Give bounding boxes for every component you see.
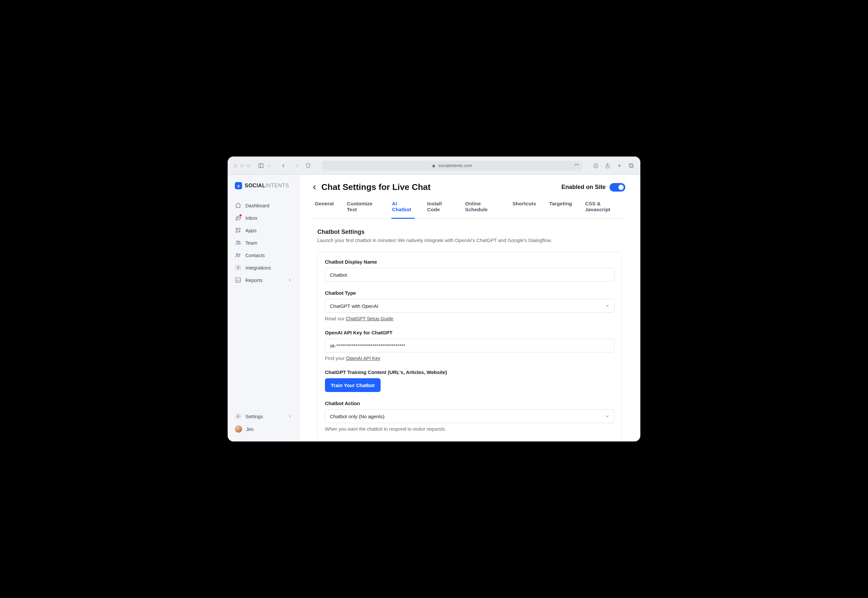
reload-icon[interactable] [574,163,579,168]
brand-name: SOCIALINTENTS [245,183,289,188]
chart-icon [235,277,241,283]
tabs: General Customize Text AI Chatbot Instal… [311,199,625,219]
chevron-right-icon [287,414,292,419]
share-icon[interactable] [604,163,611,169]
field-chatbot-type: Chatbot Type ChatGPT with OpenAI Read ou… [325,290,615,321]
tab-shortcuts[interactable]: Shortcuts [512,199,537,219]
svg-rect-12 [236,228,238,230]
back-icon[interactable] [280,163,287,169]
chevron-down-icon[interactable] [268,163,271,169]
svg-point-9 [237,217,238,218]
apps-icon [235,227,241,233]
sidebar-item-label: Dashboard [245,203,269,208]
sidebar-item-user[interactable]: Jim [231,423,296,435]
sidebar-item-settings[interactable]: Settings [231,410,296,423]
sidebar-panel-icon[interactable] [258,163,264,169]
brand-mark: s [235,182,242,189]
svg-rect-8 [629,164,633,167]
helper-text: When you want the chatbot to respond to … [325,426,615,432]
tab-customize-text[interactable]: Customize Text [346,199,380,219]
lock-icon [432,164,435,168]
address-host: socialintents.com [438,163,472,168]
enable-toggle[interactable] [609,183,625,191]
train-chatbot-button[interactable]: Train Your Chatbot [325,378,381,392]
chat-icon [235,214,241,221]
window-close-icon[interactable] [233,164,238,168]
tab-targeting[interactable]: Targeting [549,199,573,219]
chatgpt-setup-guide-link[interactable]: ChatGPT Setup Guide [346,316,394,321]
page-header: Chat Settings for Live Chat Enabled on S… [311,182,625,199]
display-name-input[interactable]: Chatbot [325,268,615,282]
sidebar-item-label: Team [245,240,257,246]
field-label: Chatbot Type [325,290,615,296]
back-button[interactable] [311,184,318,191]
page-title: Chat Settings for Live Chat [321,182,431,192]
sidebar-item-dashboard[interactable]: Dashboard [231,199,296,212]
forward-icon [294,163,300,169]
download-icon[interactable] [593,163,599,169]
svg-point-20 [239,254,240,255]
tab-overview-icon[interactable] [628,163,635,169]
toggle-knob [618,184,624,191]
svg-rect-7 [630,164,633,168]
new-tab-icon[interactable] [616,163,623,169]
toolbar-right [593,163,635,169]
field-label: Chatbot Action [325,401,615,406]
svg-rect-14 [236,231,238,233]
sidebar-item-label: Inbox [245,215,257,221]
tab-ai-chatbot[interactable]: AI Chatbot [391,199,415,219]
tab-css-js[interactable]: CSS & Javascript [584,199,622,219]
user-name: Jim [246,426,253,432]
section-desc: Launch your first chatbot in minutes! We… [317,238,622,243]
brand[interactable]: s SOCIALINTENTS [227,182,299,197]
gear-icon [235,413,241,420]
svg-rect-13 [239,228,240,230]
field-label: Chatbot Display Name [325,259,615,265]
sidebar-item-team[interactable]: Team [231,236,296,249]
main-content: Chat Settings for Live Chat Enabled on S… [300,175,641,441]
sidebar-item-label: Reports [245,277,263,283]
svg-point-21 [238,267,239,269]
sidebar-item-label: Contacts [245,253,265,258]
svg-point-10 [238,217,238,218]
tab-general[interactable]: General [314,199,334,219]
chatbot-action-select[interactable]: Chatbot only (No agents) [325,410,615,423]
sidebar: s SOCIALINTENTS Dashboard I [227,175,300,441]
tab-install-code[interactable]: Install Code [427,199,453,219]
svg-point-26 [238,416,239,417]
section-title: Chatbot Settings [317,229,622,235]
field-training: ChatGPT Training Content (URL's, Article… [325,369,615,392]
avatar [235,425,242,433]
chevron-right-icon [287,278,292,282]
helper-text: Find your OpenAI API Key [325,356,615,361]
field-label: OpenAI API Key for ChatGPT [325,330,615,335]
chevron-down-icon [605,303,609,308]
sidebar-item-reports[interactable]: Reports [231,274,296,286]
sidebar-item-apps[interactable]: Apps [231,224,296,236]
sidebar-item-label: Integrations [245,265,271,271]
field-chatbot-action: Chatbot Action Chatbot only (No agents) … [325,401,615,432]
address-bar[interactable]: socialintents.com [322,161,582,170]
window-minimize-icon[interactable] [240,164,244,168]
team-icon [235,239,241,246]
enable-label: Enabled on Site [561,184,606,191]
shield-icon[interactable] [305,163,311,169]
svg-point-18 [239,241,240,242]
browser-window: socialintents.com s SOCIALINTE [227,157,641,441]
sidebar-item-contacts[interactable]: Contacts [231,249,296,261]
tab-online-schedule[interactable]: Online Schedule [464,199,500,219]
home-icon [235,202,241,209]
chatbot-type-select[interactable]: ChatGPT with OpenAI [325,299,615,313]
window-zoom-icon[interactable] [247,164,251,168]
sidebar-item-label: Settings [245,414,263,419]
traffic-lights [233,164,251,168]
notification-dot [239,214,242,217]
sidebar-item-label: Apps [245,227,256,233]
helper-text: Read our ChatGPT Setup Guide. [325,316,615,321]
api-key-input[interactable]: sk-************************************ [325,339,615,352]
form-card: Chatbot Display Name Chatbot Chatbot Typ… [317,251,622,441]
openai-api-key-link[interactable]: OpenAI API Key [346,356,380,361]
browser-toolbar: socialintents.com [227,157,641,175]
sidebar-item-inbox[interactable]: Inbox [231,212,296,224]
sidebar-item-integrations[interactable]: Integrations [231,261,296,274]
